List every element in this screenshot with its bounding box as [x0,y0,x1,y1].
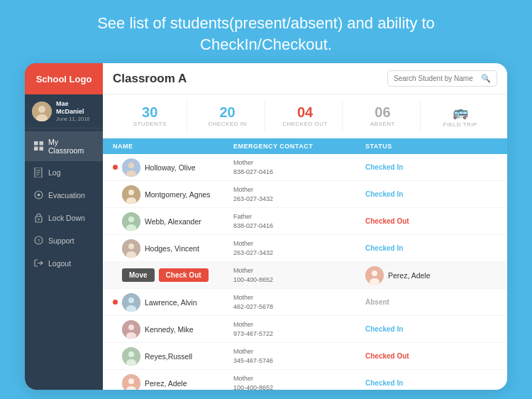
table-row[interactable]: Lawrence, Alvin Mother462-027-5678 Absen… [103,289,507,316]
sidebar-nav: My Classroom Log [25,129,103,390]
student-avatar [122,212,140,231]
svg-point-14 [38,219,39,220]
student-avatar [122,374,140,390]
student-avatar [122,320,140,339]
main-content: Classroom A 🔍 30 STUDENTS 20 CHECKED IN … [103,63,507,390]
svg-rect-6 [39,147,43,151]
table-row[interactable]: Perez, Adele Mother100-400-8652 Checked … [103,370,507,390]
row-name-cell: Lawrence, Alvin [113,293,233,312]
svg-text:?: ? [37,238,40,244]
student-name: Reyes,Russell [145,352,192,361]
table-row[interactable]: Holloway, Olive Mother838-027-0416 Check… [103,154,507,181]
main-card: School Logo Mae McDaniel June 11, 2016 [25,63,507,390]
classroom-title: Classroom A [113,72,379,86]
sidebar-item-lockdown[interactable]: Lock Down [25,207,103,229]
svg-point-22 [128,190,134,195]
emergency-contact: Mother838-027-0416 [233,158,365,176]
stat-fieldtrip[interactable]: 🚌 FIELD TRIP [423,100,497,132]
user-info: Mae McDaniel June 11, 2016 [56,100,96,122]
sidebar-item-classroom[interactable]: My Classroom [25,131,103,161]
avatar [32,102,52,121]
fieldtrip-label: FIELD TRIP [443,121,477,128]
stats-bar: 30 STUDENTS 20 CHECKED IN 04 CHECKED OUT… [103,94,507,138]
student-avatar [365,266,384,285]
svg-point-12 [37,194,40,197]
sidebar-item-logout[interactable]: Logout [25,252,103,275]
sidebar-item-label: Evacuation [48,191,85,200]
sidebar-item-label: Support [48,236,74,245]
checkout-button[interactable]: Check Out [159,268,209,282]
th-contact: EMERGENCY CONTACT [233,143,365,150]
student-avatar [122,347,140,366]
emergency-contact: Mother263-027-3432 [233,185,365,203]
stat-absent-label: ABSENT [348,121,416,127]
student-status: Checked Out [365,217,497,225]
table-row[interactable]: Montgomery, Agnes Mother263-027-3432 Che… [103,181,507,208]
emergency-contact: Mother100-400-8652 [233,374,365,390]
exit-icon [33,258,43,268]
student-name: Holloway, Olive [145,163,196,172]
row-name-cell: Perez, Adele [113,374,233,390]
svg-point-37 [128,324,134,330]
row-indicator [113,300,118,305]
sidebar-item-log[interactable]: Log [25,161,103,184]
table-header: NAME EMERGENCY CONTACT STATUS [103,138,507,154]
sidebar-item-support[interactable]: ? Support [25,229,103,252]
table-row[interactable]: Move Check Out Mother100-400-8652 Perez,… [103,262,507,289]
row-name-cell: Hodges, Vincent [113,239,233,258]
lock-icon [33,213,43,223]
file-icon [33,168,43,177]
move-button[interactable]: Move [122,268,155,282]
emergency-contact: Mother100-400-8652 [233,266,365,284]
student-status: Checked In [365,325,497,333]
search-icon: 🔍 [481,74,491,83]
search-input[interactable] [394,75,477,82]
sidebar-item-evacuation[interactable]: Evacuation [25,184,103,207]
stat-students-number: 30 [116,105,184,119]
row-indicator [113,165,118,170]
svg-point-34 [128,297,134,303]
row-name-cell: Kennedy, Mike [113,320,233,339]
main-header: Classroom A 🔍 [103,63,507,94]
stat-absent-number: 06 [348,105,416,119]
stat-checkedout: 04 CHECKED OUT [268,101,343,131]
emergency-contact: Mother973-467-5722 [233,320,365,338]
table-row[interactable]: Hodges, Vincent Mother263-027-3432 Check… [103,235,507,262]
student-name: Montgomery, Agnes [145,190,211,199]
row-indicator [113,327,118,332]
row-name-cell: Webb, Alexander [113,212,233,231]
stat-students: 30 STUDENTS [113,101,187,131]
student-status: Checked In [365,190,497,198]
student-name: Hodges, Vincent [145,244,199,253]
page-header: See list of students(present/absent) and… [0,0,532,63]
evacuation-icon [33,190,43,200]
search-box[interactable]: 🔍 [387,70,497,87]
svg-point-28 [128,244,134,249]
svg-rect-3 [34,141,38,146]
table-row[interactable]: Webb, Alexander Father838-027-0416 Check… [103,208,507,235]
student-name: Webb, Alexander [145,217,201,226]
student-table: NAME EMERGENCY CONTACT STATUS Holloway, … [103,138,507,390]
user-name: Mae McDaniel [56,100,96,116]
stat-students-label: STUDENTS [116,121,184,127]
student-avatar [122,239,140,258]
emergency-contact: Mother263-027-3432 [233,239,365,257]
row-name-cell: Perez, Adele [365,266,497,285]
grid-icon [33,141,43,151]
table-row[interactable]: Kennedy, Mike Mother973-467-5722 Checked… [103,316,507,343]
svg-point-1 [38,106,45,113]
action-row: Move Check Out [122,266,209,285]
row-indicator [113,246,118,251]
stat-checkedout-label: CHECKED OUT [271,121,339,127]
table-row[interactable]: Reyes,Russell Mother345-467-5746 Checked… [103,343,507,370]
row-name-cell: Move Check Out [113,266,233,285]
row-indicator [113,192,118,197]
row-name-cell: Reyes,Russell [113,347,233,366]
emergency-contact: Father838-027-0416 [233,212,365,230]
stat-checkedin-number: 20 [193,105,261,119]
row-indicator [113,381,118,386]
student-avatar [122,158,140,177]
sidebar-item-label: Log [48,168,61,177]
sidebar-item-label: Lock Down [48,214,85,222]
th-name: NAME [113,143,233,150]
